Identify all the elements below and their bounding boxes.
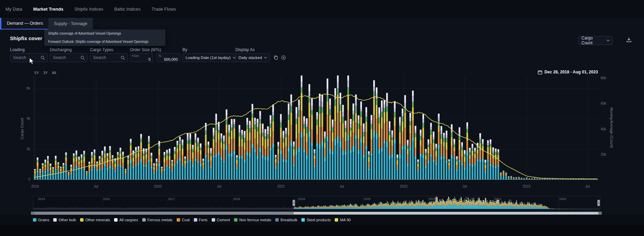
filter-cargo-types: Cargo Types [90, 47, 127, 62]
legend-swatch [33, 218, 36, 222]
navigator-minimap[interactable] [33, 196, 600, 210]
legend-label: Steel products [307, 218, 331, 222]
x-axis-tick: Jul [211, 185, 227, 189]
nav-market-trends[interactable]: Market Trends [33, 7, 63, 12]
range-button-all[interactable]: All [52, 71, 56, 75]
copy-icon[interactable] [273, 55, 279, 60]
minimap-year-label: 2021 [429, 197, 436, 201]
tab-demand-orders[interactable]: Demand — Orders [1, 18, 48, 30]
legend-item-other-bulk[interactable]: Other bulk [53, 218, 76, 222]
range-buttons: 5Y 3Y All [34, 71, 56, 75]
menu-item-shipfix-coverage-vessel-openings[interactable]: Shipfix coverage of Advertised Vessel Op… [44, 30, 165, 38]
x-axis-tick: 2020 [149, 185, 166, 189]
zoom-in-icon[interactable] [281, 55, 286, 60]
page-title: Shipfix cover [10, 35, 42, 41]
x-axis-tick: 2021 [273, 185, 289, 189]
y-axis-tick-right: 40k [601, 127, 606, 131]
legend-swatch [80, 218, 84, 222]
legend-label: Breakbulk [280, 218, 297, 222]
legend-label: Ferrous metals [147, 218, 173, 222]
filter-discharging-label: Discharging [50, 47, 87, 53]
legend-item-non-ferrous-metals[interactable]: Non ferrous metals [234, 218, 271, 222]
scrollbar-right-arrow[interactable] [598, 212, 602, 215]
y-axis-tick-left: 4k [19, 117, 30, 121]
legend-label: Ferts [199, 218, 208, 222]
legend-item-coal[interactable]: Coal [177, 218, 190, 222]
scrollbar-left-arrow[interactable] [31, 212, 34, 215]
legend-item-ferrous-metals[interactable]: Ferrous metals [142, 218, 173, 222]
legend-item-ma-90[interactable]: MA 90 [335, 218, 351, 222]
navigator-handle-left[interactable] [292, 200, 295, 206]
y-axis-title-left: Cargo Count [20, 118, 24, 139]
legend-label: Non ferrous metals [239, 218, 271, 222]
legend-swatch [335, 218, 338, 222]
top-nav: My Data Market Trends Shipfix Indices Ba… [0, 0, 644, 18]
navigator-handle-right[interactable] [597, 200, 600, 206]
nav-baltic-indices[interactable]: Baltic Indices [114, 7, 141, 12]
app-root: My Data Market Trends Shipfix Indices Ba… [0, 0, 644, 236]
bottom-fill [0, 225, 644, 236]
supply-tonnage-menu: Shipfix coverage of Advertised Vessel Op… [44, 30, 165, 46]
by-select[interactable]: Loading Date (1st layday) [182, 53, 238, 62]
order-size-from-input[interactable] [130, 54, 153, 62]
filter-by-label: By [182, 47, 238, 53]
filter-order-size-label: Order Size (MTs) [130, 47, 180, 53]
tab-supply-tonnage[interactable]: Supply - Tonnage [48, 18, 93, 30]
search-icon [41, 56, 45, 60]
legend-swatch [53, 218, 57, 222]
y-axis-tick-right: 60k [601, 102, 606, 106]
filter-by: By Loading Date (1st layday) [182, 47, 238, 62]
legend-label: All cargoes [119, 218, 138, 222]
by-select-value: Loading Date (1st layday) [186, 56, 231, 60]
legend-item-other-minerals[interactable]: Other minerals [80, 218, 110, 222]
filter-order-size: Order Size (MTs) From To [130, 47, 180, 62]
y-axis-tick-right: 80k [601, 76, 606, 80]
nav-trade-flows[interactable]: Trade Flows [152, 7, 176, 12]
x-axis-tick: 2022 [396, 185, 412, 189]
x-axis-tick: Jul [456, 185, 473, 189]
y-axis-title-right: Moving Average (Count) [610, 107, 614, 148]
legend-item-ferts[interactable]: Ferts [194, 218, 208, 222]
legend-item-grains[interactable]: Grains [33, 218, 49, 222]
menu-item-forward-outlook-vessel-openings[interactable]: Forward Outlook: Shipfix coverage of Adv… [44, 38, 165, 46]
legend-label: Other minerals [85, 218, 110, 222]
range-button-3y[interactable]: 3Y [43, 71, 47, 75]
x-axis-tick: Jul [88, 185, 104, 189]
minimap-year-label: 2018 [233, 197, 240, 201]
nav-shipfix-indices[interactable]: Shipfix Indices [75, 7, 103, 12]
minimap-year-label: 2022 [494, 197, 501, 201]
legend-item-steel-products[interactable]: Steel products [301, 218, 331, 222]
legend-swatch [234, 218, 237, 222]
range-button-5y[interactable]: 5Y [34, 71, 39, 75]
y-axis-tick-left: 2k [19, 147, 30, 151]
legend-item-cement[interactable]: Cement [212, 218, 230, 222]
display-as-select[interactable]: Daily stacked [235, 53, 270, 62]
search-icon [80, 56, 85, 60]
download-icon[interactable] [625, 36, 632, 43]
legend-item-all-cargoes[interactable]: All cargoes [114, 218, 138, 222]
order-size-to-input[interactable] [157, 54, 180, 62]
minimap-year-label: 2015 [38, 197, 45, 201]
legend-swatch [194, 218, 197, 222]
metric-select-value: Cargo Count [581, 36, 604, 45]
filter-display-as-label: Display As [235, 47, 270, 53]
metric-select[interactable]: Cargo Count [578, 36, 613, 45]
minimap-canvas[interactable] [33, 196, 600, 210]
date-range-picker[interactable]: Dec 28, 2018 - Aug 01, 2023 [538, 70, 598, 74]
main-chart-canvas[interactable] [33, 75, 600, 181]
minimap-year-label: 2016 [103, 197, 110, 201]
display-as-select-value: Daily stacked [238, 56, 262, 60]
legend-swatch [212, 218, 215, 222]
legend-label: Grains [38, 218, 49, 222]
legend-label: Cement [217, 218, 230, 222]
legend-swatch [114, 218, 118, 222]
chevron-down-icon [264, 57, 267, 59]
y-axis-tick-right: 20k [601, 153, 606, 157]
legend-label: Coal [182, 218, 190, 222]
nav-my-data[interactable]: My Data [5, 7, 22, 12]
legend-item-breakbulk[interactable]: Breakbulk [275, 218, 297, 222]
range-scrollbar-thumb[interactable] [293, 212, 600, 215]
legend-swatch [301, 218, 305, 222]
date-range-text: Dec 28, 2018 - Aug 01, 2023 [544, 70, 598, 74]
filter-cargo-types-label: Cargo Types [90, 47, 127, 53]
